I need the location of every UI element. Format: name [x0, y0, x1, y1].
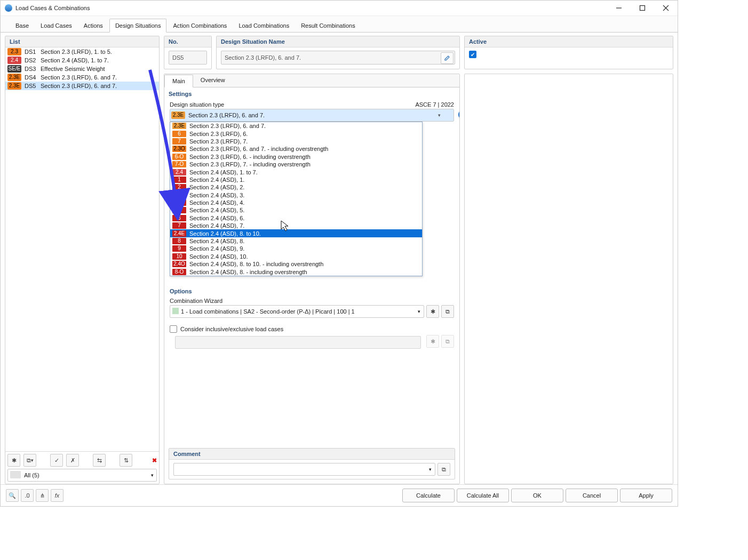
tab-action-combinations[interactable]: Action Combinations: [168, 19, 232, 32]
list-item[interactable]: 2.3EDS5Section 2.3 (LRFD), 6. and 7.: [5, 82, 159, 90]
badge: 1: [172, 177, 186, 183]
wizard-swatch-icon: [172, 308, 179, 314]
dropdown-option[interactable]: 9Section 2.4 (ASD), 9.: [170, 245, 422, 252]
function-button[interactable]: fx: [51, 489, 63, 502]
comment-library-button[interactable]: ⧉: [437, 463, 450, 476]
list-header: List: [5, 36, 159, 47]
comment-field[interactable]: ▾: [173, 463, 435, 476]
filter-combo[interactable]: All (5) ▾: [7, 469, 157, 482]
calculate-all-button[interactable]: Calculate All: [457, 489, 509, 502]
dropdown-option[interactable]: 7-OSection 2.3 (LRFD), 7. - including ov…: [170, 161, 422, 168]
tab-overview[interactable]: Overview: [193, 74, 233, 87]
dropdown-option[interactable]: 2.4OSection 2.4 (ASD), 8. to 10. - inclu…: [170, 260, 422, 268]
tree-button[interactable]: ⋔: [36, 489, 49, 502]
type-label: Design situation type: [170, 101, 224, 108]
dropdown-option[interactable]: 5Section 2.4 (ASD), 5.: [170, 206, 422, 214]
ds-id: DS1: [25, 49, 41, 55]
badge: 2.3E: [172, 123, 186, 129]
badge: 7-O: [172, 161, 186, 167]
tab-actions[interactable]: Actions: [78, 19, 108, 32]
right-panel-empty: [464, 74, 673, 484]
dropdown-option[interactable]: 10Section 2.4 (ASD), 10.: [170, 253, 422, 260]
edit-name-button[interactable]: [441, 52, 453, 64]
list-item[interactable]: 2.3DS1Section 2.3 (LRFD), 1. to 5.: [5, 47, 159, 56]
check-button[interactable]: ✓: [50, 454, 63, 467]
dropdown-option[interactable]: 2.3OSection 2.3 (LRFD), 6. and 7. - incl…: [170, 145, 422, 153]
badge: 2.3E: [171, 111, 185, 119]
info-button[interactable]: i: [458, 110, 460, 119]
disabled-field: [175, 336, 421, 349]
dropdown-option[interactable]: 1Section 2.4 (ASD), 1.: [170, 176, 422, 183]
dropdown-option[interactable]: 4Section 2.4 (ASD), 4.: [170, 199, 422, 206]
badge: 2.3E: [7, 82, 21, 90]
tab-load-combinations[interactable]: Load Combinations: [233, 19, 295, 32]
dropdown-option[interactable]: 2.3ESection 2.3 (LRFD), 6. and 7.: [170, 122, 422, 130]
badge: 2.4O: [172, 261, 186, 267]
option-label: Section 2.4 (ASD), 5.: [189, 207, 244, 213]
dropdown-option[interactable]: 2Section 2.4 (ASD), 2.: [170, 183, 422, 191]
name-field[interactable]: Section 2.3 (LRFD), 6. and 7.: [221, 51, 455, 65]
cancel-button[interactable]: Cancel: [566, 489, 618, 502]
help-button[interactable]: 🔍: [6, 489, 19, 502]
list-item[interactable]: 2.3EDS4Section 2.3 (LRFD), 6. and 7.: [5, 73, 159, 82]
ds-id: DS2: [25, 57, 41, 63]
ds-id: DS4: [25, 74, 41, 81]
ds-id: DS5: [25, 83, 41, 89]
situation-type-dropdown[interactable]: 2.3ESection 2.3 (LRFD), 6. and 7.6Sectio…: [170, 122, 423, 276]
ok-button[interactable]: OK: [511, 489, 563, 502]
apply-button[interactable]: Apply: [620, 489, 672, 502]
no-field: DS5: [169, 51, 207, 65]
chevron-down-icon: ▾: [438, 113, 441, 118]
dropdown-option[interactable]: 8-OSection 2.4 (ASD), 8. - including ove…: [170, 268, 422, 275]
option-label: Section 2.4 (ASD), 8. - including overst…: [189, 269, 307, 275]
badge: 7: [172, 222, 186, 229]
type-code: ASCE 7 | 2022: [415, 101, 454, 108]
wizard-new-button[interactable]: ✱: [426, 305, 439, 318]
situations-list[interactable]: 2.3DS1Section 2.3 (LRFD), 1. to 5.2.4DS2…: [5, 47, 159, 451]
badge: 2.4E: [172, 230, 186, 237]
copy-button[interactable]: ⧉▾: [23, 454, 36, 467]
dropdown-option[interactable]: 7Section 2.3 (LRFD), 7.: [170, 138, 422, 145]
dropdown-option[interactable]: 2.4Section 2.4 (ASD), 1. to 7.: [170, 168, 422, 175]
combination-wizard-combo[interactable]: 1 - Load combinations | SA2 - Second-ord…: [170, 305, 424, 318]
situation-type-combo[interactable]: 2.3E Section 2.3 (LRFD), 6. and 7. ▾: [170, 109, 454, 122]
app-icon: [5, 4, 12, 12]
delete-button[interactable]: ✖: [152, 457, 157, 464]
dropdown-option[interactable]: 8Section 2.4 (ASD), 8.: [170, 237, 422, 245]
maximize-button[interactable]: [631, 1, 654, 15]
ds-name: Section 2.3 (LRFD), 6. and 7.: [41, 74, 117, 81]
dropdown-option[interactable]: 2.4ESection 2.4 (ASD), 8. to 10.: [170, 229, 422, 237]
dropdown-option[interactable]: 6Section 2.3 (LRFD), 6.: [170, 130, 422, 137]
link-button[interactable]: ⇆: [93, 454, 106, 467]
tab-base[interactable]: Base: [10, 19, 34, 32]
inclusive-exclusive-checkbox[interactable]: [170, 325, 177, 333]
option-label: Section 2.3 (LRFD), 6.: [189, 131, 248, 137]
tab-result-combinations[interactable]: Result Combinations: [296, 19, 361, 32]
new-button[interactable]: ✱: [7, 454, 20, 467]
option-label: Section 2.3 (LRFD), 6. and 7. - includin…: [189, 146, 328, 152]
option-label: Section 2.4 (ASD), 10.: [189, 253, 248, 260]
list-item[interactable]: SE/EDS3Effective Seismic Weight: [5, 65, 159, 73]
tab-load-cases[interactable]: Load Cases: [35, 19, 77, 32]
tab-main[interactable]: Main: [164, 75, 193, 87]
uncheck-button[interactable]: ✗: [66, 454, 79, 467]
units-button[interactable]: .0: [21, 489, 34, 502]
tab-design-situations[interactable]: Design Situations: [109, 19, 167, 33]
active-checkbox[interactable]: ✔: [469, 51, 476, 58]
combination-wizard-label: Combination Wizard: [164, 295, 459, 305]
dropdown-option[interactable]: 7Section 2.4 (ASD), 7.: [170, 222, 422, 229]
badge: 10: [172, 253, 186, 260]
name-header: Design Situation Name: [217, 36, 459, 47]
settings-label: Settings: [164, 87, 459, 98]
sort-button[interactable]: ⇅: [120, 454, 132, 467]
minimize-button[interactable]: [607, 1, 631, 15]
dropdown-option[interactable]: 3Section 2.4 (ASD), 3.: [170, 191, 422, 199]
close-button[interactable]: [654, 1, 678, 15]
dropdown-option[interactable]: 6Section 2.4 (ASD), 6.: [170, 214, 422, 222]
option-label: Section 2.4 (ASD), 7.: [189, 222, 244, 229]
list-item[interactable]: 2.4DS2Section 2.4 (ASD), 1. to 7.: [5, 56, 159, 65]
badge: 3: [172, 192, 186, 198]
dropdown-option[interactable]: 6-OSection 2.3 (LRFD), 6. - including ov…: [170, 153, 422, 161]
calculate-button[interactable]: Calculate: [402, 489, 455, 502]
wizard-edit-button[interactable]: ⧉: [441, 305, 454, 318]
